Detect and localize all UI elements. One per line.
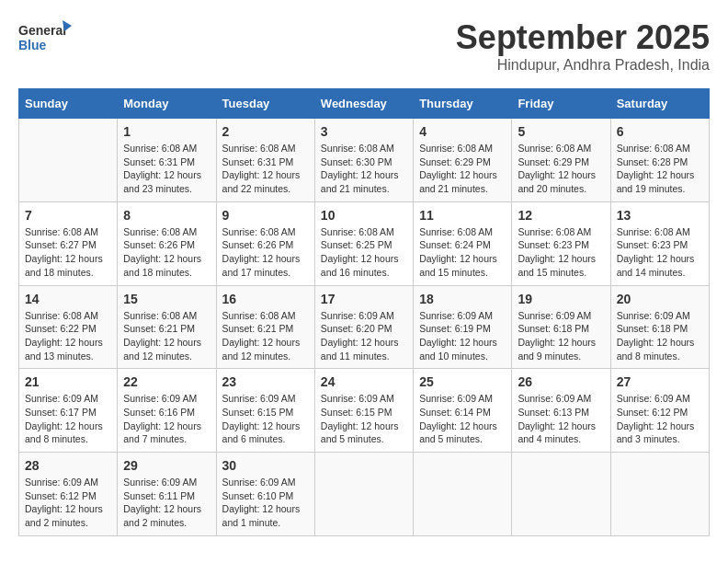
- svg-text:General: General: [18, 23, 66, 38]
- day-info: Sunrise: 6:09 AM Sunset: 6:12 PM Dayligh…: [617, 392, 703, 446]
- day-info: Sunrise: 6:09 AM Sunset: 6:17 PM Dayligh…: [25, 392, 111, 446]
- day-info: Sunrise: 6:08 AM Sunset: 6:24 PM Dayligh…: [419, 225, 506, 280]
- day-number: 25: [419, 374, 506, 389]
- day-number: 17: [321, 292, 407, 306]
- header-friday: Friday: [512, 89, 610, 119]
- day-number: 14: [25, 292, 111, 306]
- calendar-cell: 24Sunrise: 6:09 AM Sunset: 6:15 PM Dayli…: [314, 369, 413, 453]
- title-area: September 2025 Hindupur, Andhra Pradesh,…: [456, 18, 710, 74]
- day-info: Sunrise: 6:08 AM Sunset: 6:28 PM Dayligh…: [617, 142, 703, 196]
- logo: GeneralBlue: [18, 18, 74, 55]
- calendar-cell: 18Sunrise: 6:09 AM Sunset: 6:19 PM Dayli…: [414, 285, 512, 369]
- header: GeneralBlue September 2025 Hindupur, And…: [18, 18, 710, 74]
- day-info: Sunrise: 6:08 AM Sunset: 6:22 PM Dayligh…: [25, 309, 111, 363]
- day-info: Sunrise: 6:08 AM Sunset: 6:30 PM Dayligh…: [321, 142, 407, 196]
- calendar-cell: [314, 453, 413, 536]
- day-number: 21: [25, 374, 111, 389]
- header-thursday: Thursday: [414, 89, 512, 119]
- header-monday: Monday: [118, 89, 216, 119]
- calendar-cell: 23Sunrise: 6:09 AM Sunset: 6:15 PM Dayli…: [216, 369, 314, 453]
- day-number: 13: [617, 208, 703, 223]
- day-number: 4: [419, 124, 506, 139]
- location: Hindupur, Andhra Pradesh, India: [456, 57, 710, 74]
- calendar-cell: 28Sunrise: 6:09 AM Sunset: 6:12 PM Dayli…: [19, 453, 118, 536]
- calendar-cell: 5Sunrise: 6:08 AM Sunset: 6:29 PM Daylig…: [512, 119, 610, 202]
- day-number: 3: [321, 124, 407, 139]
- calendar-cell: 6Sunrise: 6:08 AM Sunset: 6:28 PM Daylig…: [610, 119, 709, 202]
- day-info: Sunrise: 6:09 AM Sunset: 6:20 PM Dayligh…: [321, 309, 407, 363]
- day-info: Sunrise: 6:08 AM Sunset: 6:27 PM Dayligh…: [25, 225, 111, 280]
- calendar-cell: 2Sunrise: 6:08 AM Sunset: 6:31 PM Daylig…: [216, 119, 314, 202]
- calendar-cell: 29Sunrise: 6:09 AM Sunset: 6:11 PM Dayli…: [118, 453, 216, 536]
- day-number: 8: [123, 208, 210, 223]
- day-info: Sunrise: 6:09 AM Sunset: 6:11 PM Dayligh…: [123, 476, 210, 530]
- day-info: Sunrise: 6:08 AM Sunset: 6:23 PM Dayligh…: [518, 225, 604, 280]
- day-number: 19: [518, 292, 604, 306]
- calendar-cell: 12Sunrise: 6:08 AM Sunset: 6:23 PM Dayli…: [512, 201, 610, 285]
- day-info: Sunrise: 6:09 AM Sunset: 6:18 PM Dayligh…: [617, 309, 703, 363]
- calendar-cell: 19Sunrise: 6:09 AM Sunset: 6:18 PM Dayli…: [512, 285, 610, 369]
- day-info: Sunrise: 6:09 AM Sunset: 6:18 PM Dayligh…: [518, 309, 604, 363]
- day-number: 5: [518, 124, 604, 139]
- day-info: Sunrise: 6:09 AM Sunset: 6:15 PM Dayligh…: [321, 392, 407, 446]
- day-number: 2: [222, 124, 309, 139]
- calendar-cell: 3Sunrise: 6:08 AM Sunset: 6:30 PM Daylig…: [314, 119, 413, 202]
- calendar-cell: 10Sunrise: 6:08 AM Sunset: 6:25 PM Dayli…: [314, 201, 413, 285]
- week-row-1: 1Sunrise: 6:08 AM Sunset: 6:31 PM Daylig…: [19, 119, 710, 202]
- day-number: 9: [222, 208, 309, 223]
- day-number: 24: [321, 374, 407, 389]
- day-info: Sunrise: 6:09 AM Sunset: 6:10 PM Dayligh…: [222, 476, 309, 530]
- day-info: Sunrise: 6:09 AM Sunset: 6:12 PM Dayligh…: [25, 476, 111, 530]
- day-number: 11: [419, 208, 506, 223]
- day-number: 12: [518, 208, 604, 223]
- calendar-cell: 26Sunrise: 6:09 AM Sunset: 6:13 PM Dayli…: [512, 369, 610, 453]
- calendar-cell: 16Sunrise: 6:08 AM Sunset: 6:21 PM Dayli…: [216, 285, 314, 369]
- calendar-cell: 13Sunrise: 6:08 AM Sunset: 6:23 PM Dayli…: [610, 201, 709, 285]
- day-info: Sunrise: 6:09 AM Sunset: 6:13 PM Dayligh…: [518, 392, 604, 446]
- day-info: Sunrise: 6:08 AM Sunset: 6:21 PM Dayligh…: [123, 309, 210, 363]
- calendar-cell: [414, 453, 512, 536]
- logo-svg: GeneralBlue: [18, 18, 74, 55]
- day-number: 1: [123, 124, 210, 139]
- week-row-3: 14Sunrise: 6:08 AM Sunset: 6:22 PM Dayli…: [19, 285, 710, 369]
- day-number: 23: [222, 374, 309, 389]
- header-sunday: Sunday: [19, 89, 118, 119]
- header-wednesday: Wednesday: [314, 89, 413, 119]
- day-number: 26: [518, 374, 604, 389]
- calendar-cell: 9Sunrise: 6:08 AM Sunset: 6:26 PM Daylig…: [216, 201, 314, 285]
- day-number: 16: [222, 292, 309, 306]
- day-info: Sunrise: 6:08 AM Sunset: 6:31 PM Dayligh…: [123, 142, 210, 196]
- day-info: Sunrise: 6:09 AM Sunset: 6:15 PM Dayligh…: [222, 392, 309, 446]
- calendar-cell: 22Sunrise: 6:09 AM Sunset: 6:16 PM Dayli…: [118, 369, 216, 453]
- calendar-cell: 7Sunrise: 6:08 AM Sunset: 6:27 PM Daylig…: [19, 201, 118, 285]
- svg-text:Blue: Blue: [18, 38, 47, 52]
- header-tuesday: Tuesday: [216, 89, 314, 119]
- day-number: 15: [123, 292, 210, 306]
- calendar-cell: 8Sunrise: 6:08 AM Sunset: 6:26 PM Daylig…: [118, 201, 216, 285]
- day-info: Sunrise: 6:08 AM Sunset: 6:25 PM Dayligh…: [321, 225, 407, 280]
- day-info: Sunrise: 6:08 AM Sunset: 6:31 PM Dayligh…: [222, 142, 309, 196]
- day-info: Sunrise: 6:08 AM Sunset: 6:23 PM Dayligh…: [617, 225, 703, 280]
- day-number: 28: [25, 458, 111, 473]
- calendar-cell: 1Sunrise: 6:08 AM Sunset: 6:31 PM Daylig…: [118, 119, 216, 202]
- calendar-cell: 15Sunrise: 6:08 AM Sunset: 6:21 PM Dayli…: [118, 285, 216, 369]
- calendar-cell: 27Sunrise: 6:09 AM Sunset: 6:12 PM Dayli…: [610, 369, 709, 453]
- day-number: 18: [419, 292, 506, 306]
- day-number: 29: [123, 458, 210, 473]
- day-info: Sunrise: 6:08 AM Sunset: 6:26 PM Dayligh…: [222, 225, 309, 280]
- day-number: 6: [617, 124, 703, 139]
- calendar-cell: 21Sunrise: 6:09 AM Sunset: 6:17 PM Dayli…: [19, 369, 118, 453]
- day-info: Sunrise: 6:08 AM Sunset: 6:29 PM Dayligh…: [518, 142, 604, 196]
- day-number: 22: [123, 374, 210, 389]
- header-row: SundayMondayTuesdayWednesdayThursdayFrid…: [19, 89, 710, 119]
- day-number: 20: [617, 292, 703, 306]
- day-number: 7: [25, 208, 111, 223]
- day-number: 30: [222, 458, 309, 473]
- calendar-cell: [512, 453, 610, 536]
- header-saturday: Saturday: [610, 89, 709, 119]
- week-row-4: 21Sunrise: 6:09 AM Sunset: 6:17 PM Dayli…: [19, 369, 710, 453]
- calendar-cell: 14Sunrise: 6:08 AM Sunset: 6:22 PM Dayli…: [19, 285, 118, 369]
- day-number: 10: [321, 208, 407, 223]
- calendar-table: SundayMondayTuesdayWednesdayThursdayFrid…: [18, 88, 710, 536]
- calendar-cell: 20Sunrise: 6:09 AM Sunset: 6:18 PM Dayli…: [610, 285, 709, 369]
